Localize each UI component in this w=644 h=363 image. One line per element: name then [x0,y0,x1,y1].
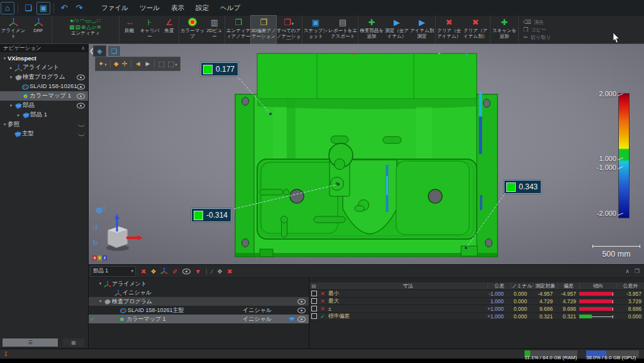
visibility-eye-closed-icon[interactable] [78,122,85,126]
axis-cube-icon[interactable] [96,213,144,257]
toolbar-button-export-report[interactable]: ▤ レポートをエクスポート [328,16,357,43]
zoom-fit-icon[interactable]: ⬥ [114,60,119,67]
tree-item-alignment[interactable]: ▸ アライメント [0,63,88,72]
expander-icon[interactable]: ▾ [8,103,14,108]
toolbar-button-caliper[interactable]: ⊦ キャリパー [139,16,160,43]
tree-view-mode-button[interactable]: ☰ [3,338,58,347]
results-tree-slaid-mesh[interactable]: SLAID 158-10261主型 イニシャル [89,306,309,315]
expander-icon[interactable]: ▾ [8,75,14,80]
results-tree-inspection-program[interactable]: ▾ 検査プログラム [89,297,309,306]
table-row-maximum[interactable]: ✕ 最大 1.000 0.000 4.729 4.729 3.729 [309,298,644,305]
toolbar-button-measure-per-item[interactable]: ▶ アイテム別測定 [409,16,435,43]
toolbar-button-entity-annotation[interactable]: ❐ エンティティアノテーション [226,16,251,43]
tree-item-inspection-program[interactable]: ▾ 検査プログラム [0,72,88,82]
tree-item-part-1[interactable]: ▸ 部品 1 [0,110,88,120]
toolbar-button-angle[interactable]: ∠ 角度 [160,16,178,43]
selection-rect-icon[interactable]: ⬚▾ [168,60,177,67]
visibility-eye-icon[interactable] [77,103,85,108]
expander-icon[interactable]: ▾ [97,281,103,286]
new-file-icon[interactable]: ❏ [21,2,35,14]
zoom-target-icon[interactable]: ✛ [121,60,127,67]
delete-item-icon[interactable]: ✖ [141,268,146,275]
export-icon[interactable]: ↷ [72,2,86,14]
popout-panel-icon[interactable]: ❐ [635,268,640,274]
expander-icon[interactable]: ▾ [2,122,8,127]
alignment-icon[interactable] [160,267,168,276]
selection-lasso-icon[interactable]: ⬚ [158,60,164,67]
shaded-view-toggle[interactable]: ◈ [93,45,106,57]
save-icon[interactable]: ▣ [36,2,50,14]
results-tree-initial[interactable]: イニシャル [89,288,309,297]
toolbar-button-measure-all[interactable]: ▶ 測定（全アイテム） [384,16,409,43]
toolbar-button-copy[interactable]: ❐ コピー [523,26,551,33]
expander-icon[interactable]: ▸ [8,65,14,70]
visibility-eye-icon[interactable] [297,308,306,313]
menu-tools[interactable]: ツール [134,1,165,15]
brush-icon[interactable]: ✐ [172,268,177,275]
deviation-annotation-2[interactable]: -0.314 [191,208,231,222]
row-checkbox[interactable] [311,298,317,304]
menu-help[interactable]: ヘルプ [214,1,246,15]
toolbar-button-snapshot[interactable]: ▣ スナップショット [303,16,328,43]
visibility-eye-icon[interactable] [77,84,85,89]
visibility-eye-icon[interactable] [182,269,191,274]
table-row-plusminus[interactable]: ✕ ± +1.000 0.000 9.686 9.686 8.686 [309,305,644,313]
clear-icon[interactable]: ✖ [227,268,232,275]
visibility-eye-closed-icon[interactable] [78,131,85,136]
table-row-std-deviation[interactable]: ✓ 標準偏差 +1.000 0.000 0.321 0.321 0.000 [309,313,644,320]
toolbar-button-distance[interactable]: ↔ 距離 [120,16,139,43]
menu-settings[interactable]: 設定 [190,1,214,15]
toolbar-button-drf[interactable]: DRF [26,16,51,43]
tree-item-colormap[interactable]: カラーマップ 1 [0,91,88,101]
toolbar-button-add-inspected-part[interactable]: ✚ 検査部品を追加 [359,16,384,43]
toolbar-button-alignment[interactable]: アライメント [1,16,26,43]
import-icon[interactable]: ↶ [57,2,71,14]
deviation-annotation-1[interactable]: 0.177 [201,62,238,76]
visibility-eye-icon[interactable] [77,74,85,80]
orientation-gizmo[interactable]: 🄌? ↺ ↻ X Y Z [92,206,140,260]
row-checkbox[interactable] [311,306,317,311]
visibility-eye-icon[interactable] [297,299,306,304]
tree-item-parts[interactable]: ▾ 部品 [0,101,88,110]
3d-viewport[interactable]: ❮ [89,44,644,264]
visibility-eye-icon[interactable] [77,93,85,99]
toolbar-button-3d-deviation-annotation[interactable]: ❐ 3D偏差アノテーションを [251,16,276,43]
part-selector-dropdown[interactable]: 部品 1 ▾ [91,266,136,277]
toolbar-button-close-all-annotations[interactable]: ❐▾ すべてのアノテーションを閉じる [276,16,301,43]
view-cube-icon[interactable]: ✦▾ [98,60,107,67]
tree-item-master-model[interactable]: 主型 [0,129,88,138]
expander-icon[interactable]: ▸ [16,113,21,118]
deviation-annotation-3[interactable]: 0.343 [504,180,541,194]
tree-item-slaid-mesh[interactable]: SLAID 158-10261主型 [0,82,88,91]
home-icon[interactable]: ⌂ [1,2,14,14]
results-tree-colormap[interactable]: ✓ カラーマップ 1 イニシャル [89,315,309,323]
entities-icon[interactable]: ❖ [150,268,156,275]
menu-view[interactable]: 表示 [165,1,190,15]
results-tree-alignment[interactable]: ▾ アライメント [89,279,309,288]
toolbar-button-clear-all[interactable]: ✖ クリア（全アイテム） [436,16,462,43]
toolbar-button-clear-per-item[interactable]: ✖ クリア（アイテム別） [462,16,489,43]
tree-item-references[interactable]: ▾ 参照 [0,120,88,129]
collapse-panel-icon[interactable]: ∧ [81,45,85,51]
collapse-results-icon[interactable]: ∧ [625,268,630,274]
grid-view-mode-button[interactable]: ▦ [63,338,84,347]
mesh-view-toggle[interactable]: ❏ [108,45,121,57]
toolbar-entity-palette[interactable]: ●∕○◠▭◡∷ ▦▤⊕△▱≋ エンティティ [53,16,118,43]
visibility-eye-icon[interactable] [297,316,306,322]
rotate-right-icon[interactable]: ► [145,60,152,67]
measure-line-icon[interactable]: ∕ [211,268,213,275]
download-status-icon[interactable]: ↧ [3,351,8,357]
filter-icon[interactable]: ▼ [195,268,201,275]
toolbar-button-cut[interactable]: ✂ 切り取り [523,34,551,41]
menu-file[interactable]: ファイル [96,1,134,15]
toolbar-button-colormap[interactable]: カラーマップ [180,16,205,43]
row-checkbox[interactable] [311,291,317,296]
table-row-minimum[interactable]: ✕ 最小 -1.000 0.000 -4.957 -4.957 -3.957 [309,290,644,298]
tree-item-vxinspect[interactable]: ▾ VXinspect [0,53,88,63]
toolbar-button-delete[interactable]: ⌫ 消去 [523,19,551,26]
shapes-icon[interactable]: ❖ [217,268,223,275]
scanned-part-3d-model[interactable] [89,44,644,264]
toolbar-button-add-scan[interactable]: ✚ スキャンを追加 [491,16,518,43]
expander-icon[interactable]: ▾ [97,299,103,304]
rotate-left-icon[interactable]: ◄ [135,60,142,67]
